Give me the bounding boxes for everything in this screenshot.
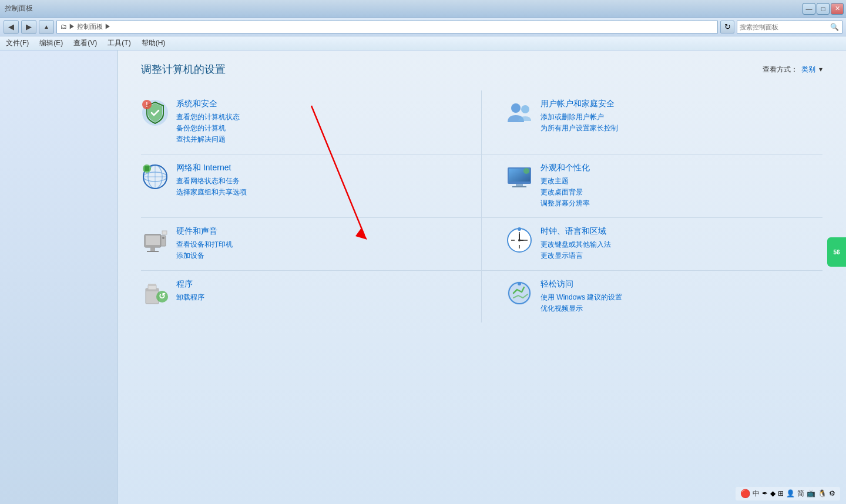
menu-help[interactable]: 帮助(H)	[139, 37, 168, 49]
window-controls: — □ ✕	[803, 3, 844, 15]
user-accounts-title[interactable]: 用户帐户和家庭安全	[540, 99, 813, 109]
system-security-info: 系统和安全 查看您的计算机状态 备份您的计算机 查找并解决问题	[176, 99, 464, 146]
svg-rect-25	[162, 231, 167, 234]
svg-point-4	[521, 105, 529, 113]
svg-rect-20	[146, 236, 160, 245]
tray-ime-simple[interactable]: 简	[797, 489, 804, 499]
search-input[interactable]	[740, 23, 828, 31]
programs-info: 程序 卸载程序	[176, 279, 464, 303]
page-header: 调整计算机的设置 查看方式： 类别 ▾	[141, 62, 822, 76]
tray-icon-app[interactable]: 🐧	[818, 489, 827, 498]
view-mode-link[interactable]: 类别	[801, 65, 815, 75]
accessibility-link-1[interactable]: 优化视频显示	[540, 303, 813, 314]
clock-link-1[interactable]: 更改显示语言	[540, 250, 813, 261]
appearance-link-0[interactable]: 更改主题	[540, 176, 813, 187]
category-row: 外观和个性化 更改主题 更改桌面背景 调整屏幕分辨率	[505, 163, 813, 210]
tray-icon-grid[interactable]: ⊞	[778, 489, 784, 498]
svg-point-18	[523, 168, 529, 174]
address-bar: ◀ ▶ ▲ 🗂 ▶ 控制面板 ▶ ↻ 🔍	[0, 18, 846, 36]
green-badge[interactable]: 56	[827, 237, 846, 267]
svg-rect-24	[147, 251, 159, 252]
system-security-title[interactable]: 系统和安全	[176, 99, 464, 109]
forward-button[interactable]: ▶	[21, 20, 36, 34]
system-security-link-0[interactable]: 查看您的计算机状态	[176, 112, 464, 123]
title-bar-left: 控制面板	[2, 4, 33, 14]
svg-rect-23	[150, 247, 155, 251]
category-row: 硬件和声音 查看设备和打印机 添加设备	[141, 226, 464, 261]
programs-link-0[interactable]: 卸载程序	[176, 292, 464, 303]
network-link-0[interactable]: 查看网络状态和任务	[176, 176, 464, 187]
programs-icon: ↺	[141, 279, 169, 307]
svg-point-3	[511, 103, 521, 113]
refresh-button[interactable]: ↻	[720, 21, 734, 33]
user-accounts-link-0[interactable]: 添加或删除用户帐户	[540, 112, 813, 123]
clock-icon	[505, 226, 533, 254]
programs-title[interactable]: 程序	[176, 279, 464, 290]
view-mode-label: 查看方式：	[763, 65, 798, 75]
menu-tools[interactable]: 工具(T)	[105, 37, 133, 49]
hardware-link-0[interactable]: 查看设备和打印机	[176, 239, 464, 250]
address-input[interactable]: 🗂 ▶ 控制面板 ▶	[56, 21, 718, 33]
user-accounts-icon	[505, 99, 533, 127]
svg-text:!: !	[146, 102, 147, 108]
accessibility-info: 轻松访问 使用 Windows 建议的设置 优化视频显示	[540, 279, 813, 314]
category-row: ! 系统和安全 查看您的计算机状态 备份您的计算机 查找并解决问题	[141, 99, 464, 146]
category-clock: 时钟、语言和区域 更改键盘或其他输入法 更改显示语言	[482, 218, 822, 270]
minimize-button[interactable]: —	[803, 3, 815, 15]
svg-point-34	[518, 239, 521, 241]
tray-icon-settings[interactable]: ⚙	[829, 489, 835, 498]
network-icon	[141, 163, 169, 191]
search-icon[interactable]: 🔍	[829, 22, 840, 32]
window-title: 控制面板	[5, 4, 33, 14]
svg-text:↺: ↺	[159, 291, 166, 301]
category-row: ↺ 程序 卸载程序	[141, 279, 464, 307]
back-button[interactable]: ◀	[4, 20, 19, 34]
hardware-title[interactable]: 硬件和声音	[176, 226, 464, 237]
appearance-title[interactable]: 外观和个性化	[540, 163, 813, 173]
category-row: 轻松访问 使用 Windows 建议的设置 优化视频显示	[505, 279, 813, 314]
title-bar: 控制面板 — □ ✕	[0, 0, 846, 18]
accessibility-link-0[interactable]: 使用 Windows 建议的设置	[540, 292, 813, 303]
network-link-1[interactable]: 选择家庭组和共享选项	[176, 187, 464, 198]
network-title[interactable]: 网络和 Internet	[176, 163, 464, 173]
tray-icon-diamond[interactable]: ◆	[770, 489, 776, 498]
svg-point-35	[518, 227, 521, 231]
tray-icon-media[interactable]: 📺	[807, 489, 815, 498]
tray-icon-1[interactable]: 🔴	[740, 489, 750, 498]
content-area: 调整计算机的设置 查看方式： 类别 ▾	[118, 51, 846, 504]
network-info: 网络和 Internet 查看网络状态和任务 选择家庭组和共享选项	[176, 163, 464, 198]
close-button[interactable]: ✕	[831, 3, 844, 15]
clock-info: 时钟、语言和区域 更改键盘或其他输入法 更改显示语言	[540, 226, 813, 261]
svg-rect-16	[516, 184, 523, 186]
category-system-security: ! 系统和安全 查看您的计算机状态 备份您的计算机 查找并解决问题	[141, 90, 482, 154]
appearance-link-1[interactable]: 更改桌面背景	[540, 187, 813, 198]
taskbar: 🔴 中 ✒ ◆ ⊞ 👤 简 📺 🐧 ⚙	[736, 483, 846, 504]
tray-ime-zh[interactable]: 中	[753, 489, 760, 499]
clock-title[interactable]: 时钟、语言和区域	[540, 226, 813, 237]
appearance-link-2[interactable]: 调整屏幕分辨率	[540, 198, 813, 209]
menu-edit[interactable]: 编辑(E)	[37, 37, 65, 49]
category-user-accounts: 用户帐户和家庭安全 添加或删除用户帐户 为所有用户设置家长控制	[482, 90, 822, 154]
category-grid: ! 系统和安全 查看您的计算机状态 备份您的计算机 查找并解决问题	[141, 90, 822, 322]
view-mode-dropdown-icon[interactable]: ▾	[819, 65, 822, 73]
menu-view[interactable]: 查看(V)	[71, 37, 99, 49]
system-security-link-1[interactable]: 备份您的计算机	[176, 123, 464, 134]
category-appearance: 外观和个性化 更改主题 更改桌面背景 调整屏幕分辨率	[482, 154, 822, 219]
menu-file[interactable]: 文件(F)	[4, 37, 31, 49]
clock-link-0[interactable]: 更改键盘或其他输入法	[540, 239, 813, 250]
category-row: 网络和 Internet 查看网络状态和任务 选择家庭组和共享选项	[141, 163, 464, 198]
search-box: 🔍	[737, 21, 842, 33]
address-path: 🗂 ▶ 控制面板 ▶	[61, 22, 111, 31]
accessibility-title[interactable]: 轻松访问	[540, 279, 813, 290]
up-button[interactable]: ▲	[39, 20, 54, 34]
hardware-info: 硬件和声音 查看设备和打印机 添加设备	[176, 226, 464, 261]
main-content: 调整计算机的设置 查看方式： 类别 ▾	[0, 51, 846, 504]
user-accounts-link-1[interactable]: 为所有用户设置家长控制	[540, 123, 813, 134]
hardware-icon	[141, 226, 169, 254]
hardware-link-1[interactable]: 添加设备	[176, 250, 464, 261]
system-security-link-2[interactable]: 查找并解决问题	[176, 134, 464, 145]
sidebar	[0, 51, 118, 504]
tray-icon-user[interactable]: 👤	[786, 489, 795, 498]
maximize-button[interactable]: □	[817, 3, 830, 15]
tray-icon-pen[interactable]: ✒	[762, 489, 768, 498]
